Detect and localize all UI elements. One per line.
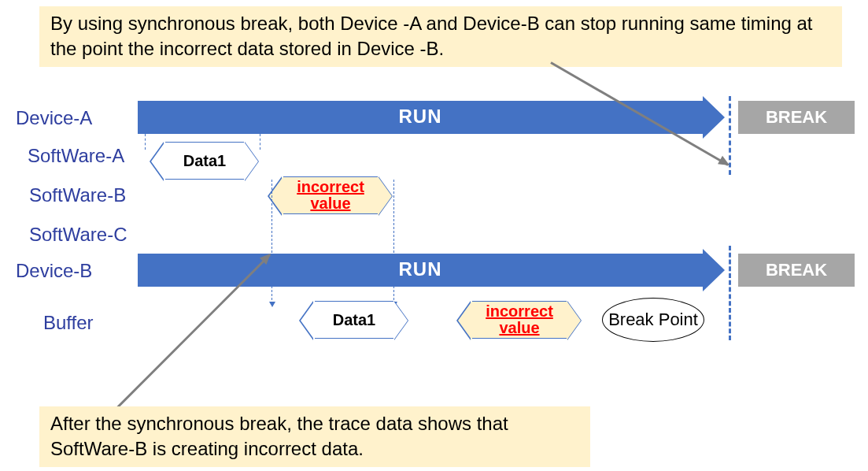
hex-incorrect-software-b: incorrect value [283, 176, 378, 214]
break-box-device-a: BREAK [738, 101, 855, 134]
label-device-b: Device-B [16, 260, 92, 282]
label-software-a: SoftWare-A [28, 145, 124, 167]
breakpoint-text: Break Point [608, 310, 698, 328]
breakpoint-ellipse: Break Point [602, 298, 704, 342]
label-software-c: SoftWare-C [29, 224, 127, 246]
hex-data1-buffer: Data1 [315, 301, 393, 339]
hex-text: Data1 [183, 153, 226, 169]
callout-bottom: After the synchronous break, the trace d… [39, 406, 590, 467]
run-bar-device-b: RUN [138, 254, 703, 287]
label-buffer: Buffer [43, 312, 94, 334]
hex-text: incorrect value [283, 179, 378, 212]
break-divider-b [729, 246, 731, 340]
run-bar-text: RUN [138, 258, 703, 280]
guide-line [260, 134, 260, 150]
hex-data1-software-a: Data1 [165, 142, 244, 180]
hex-text: incorrect value [472, 303, 567, 336]
break-box-device-b: BREAK [738, 254, 855, 287]
guide-line [271, 180, 272, 304]
label-software-b: SoftWare-B [29, 184, 126, 206]
callout-top: By using synchronous break, both Device … [39, 6, 842, 67]
guide-line [393, 180, 394, 304]
hex-text: Data1 [333, 312, 375, 328]
hex-incorrect-buffer: incorrect value [472, 301, 567, 339]
guide-line [145, 134, 146, 150]
run-bar-device-a: RUN [138, 101, 703, 134]
run-bar-text: RUN [138, 106, 703, 128]
label-device-a: Device-A [16, 107, 92, 129]
